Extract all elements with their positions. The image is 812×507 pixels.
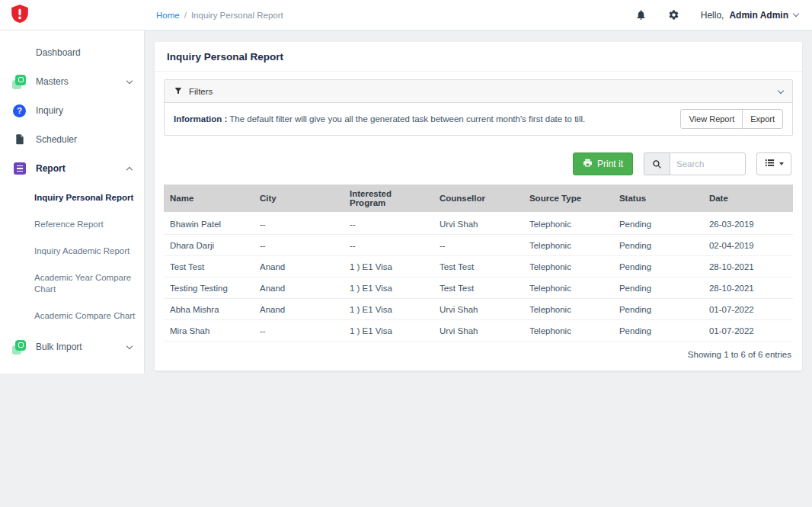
table-cell: Pending (613, 299, 703, 320)
column-header-name[interactable]: Name (164, 185, 254, 213)
table-cell: 01-07-2022 (703, 299, 793, 320)
table-cell: Telephonic (523, 256, 613, 278)
export-button[interactable]: Export (742, 109, 783, 129)
table-cell: Urvi Shah (433, 213, 523, 235)
table-cell: Test Test (433, 256, 523, 278)
sidebar: Dashboard Masters ? Inquiry Scheduler Re… (0, 30, 145, 374)
table-cell: 1 ) E1 Visa (344, 256, 433, 278)
copy-icon (12, 340, 27, 355)
table-cell: -- (254, 235, 344, 256)
table-cell: 1 ) E1 Visa (344, 278, 433, 299)
column-header-date[interactable]: Date (703, 185, 793, 213)
table-cell: Telephonic (523, 213, 613, 235)
report-actions: View Report Export (680, 109, 783, 129)
search-input[interactable] (670, 152, 746, 175)
user-menu[interactable]: Hello, Admin Admin (701, 10, 798, 21)
table-cell: Telephonic (523, 320, 613, 342)
table-cell: 02-04-2019 (703, 235, 793, 256)
breadcrumb-home-link[interactable]: Home (156, 11, 180, 20)
filters-label: Filters (189, 87, 213, 96)
sidebar-item-scheduler[interactable]: Scheduler (0, 125, 144, 154)
table-cell: -- (433, 235, 523, 256)
caret-down-icon (779, 162, 784, 165)
info-text: Information : The default filter will gi… (174, 114, 671, 124)
sidebar-item-label: Dashboard (36, 47, 132, 58)
filters-accordion-toggle[interactable]: Filters (165, 80, 792, 103)
user-greeting: Hello, (701, 10, 724, 21)
column-visibility-button[interactable] (756, 152, 791, 175)
print-button[interactable]: Print it (573, 152, 633, 175)
table-toolbar: Print it (165, 152, 791, 175)
file-icon (12, 133, 27, 147)
table-cell: Testing Testing (164, 278, 254, 299)
sidebar-item-dashboard[interactable]: Dashboard (0, 38, 144, 67)
report-card: Inquiry Personal Report Filters Informat… (155, 42, 802, 371)
sidebar-item-inquiry[interactable]: ? Inquiry (0, 96, 144, 125)
sidebar-subitem-academic-compare-chart[interactable]: Academic Compare Chart (0, 303, 144, 329)
app-logo[interactable] (0, 2, 145, 27)
table-row: Testing TestingAnand1 ) E1 VisaTest Test… (164, 278, 793, 299)
sidebar-subitem-inquiry-academic-report[interactable]: Inquiry Academic Report (0, 238, 144, 265)
page-title: Inquiry Personal Report (155, 42, 802, 72)
sidebar-subitem-academic-year-compare-chart[interactable]: Academic Year Compare Chart (0, 265, 144, 303)
table-row: Mira Shah--1 ) E1 VisaUrvi ShahTelephoni… (164, 320, 793, 342)
sidebar-subitem-inquiry-personal-report[interactable]: Inquiry Personal Report (0, 185, 144, 211)
column-header-source-type[interactable]: Source Type (523, 185, 613, 213)
gear-icon[interactable] (668, 9, 679, 21)
table-entries-summary: Showing 1 to 6 of 6 entries (164, 342, 793, 361)
shield-exclamation-icon (10, 2, 30, 27)
chevron-down-icon (126, 342, 133, 348)
table-cell: Dhara Darji (164, 235, 254, 256)
table-cell: Abha Mishra (164, 299, 254, 320)
table-cell: Telephonic (523, 235, 613, 256)
sidebar-item-label: Scheduler (36, 134, 132, 145)
list-icon (764, 157, 775, 171)
chevron-down-icon (793, 11, 799, 17)
question-circle-icon: ? (12, 104, 27, 118)
sidebar-item-masters[interactable]: Masters (0, 67, 144, 96)
topbar-actions: Hello, Admin Admin (635, 9, 812, 21)
info-message: The default filter will give you all the… (229, 114, 585, 124)
grid-icon (12, 46, 27, 60)
sidebar-item-label: Masters (36, 76, 127, 87)
chevron-up-icon (126, 167, 133, 173)
filters-info-row: Information : The default filter will gi… (165, 103, 792, 135)
table-cell: Anand (254, 256, 344, 278)
column-header-counsellor[interactable]: Counsellor (433, 185, 523, 213)
bell-icon[interactable] (635, 9, 647, 21)
column-header-interested-program[interactable]: Interested Program (344, 185, 433, 213)
table-cell: -- (254, 213, 344, 235)
table-cell: Test Test (164, 256, 254, 278)
search-icon (644, 152, 670, 175)
column-header-status[interactable]: Status (613, 185, 703, 213)
sidebar-item-label: Report (36, 163, 127, 174)
column-header-city[interactable]: City (254, 185, 344, 213)
printer-icon (583, 158, 593, 170)
table-row: Abha MishraAnand1 ) E1 VisaUrvi ShahTele… (164, 299, 793, 320)
table-header-row: NameCityInterested ProgramCounsellorSour… (164, 185, 793, 213)
sidebar-item-bulk-import[interactable]: Bulk Import (0, 332, 144, 361)
sidebar-item-label: Inquiry (36, 105, 132, 116)
chevron-down-icon (126, 77, 133, 83)
table-cell: 28-10-2021 (703, 278, 793, 299)
sidebar-item-report[interactable]: Report (0, 154, 144, 183)
table-cell: Mira Shah (164, 320, 254, 342)
copy-icon (12, 75, 27, 89)
table-cell: 1 ) E1 Visa (344, 299, 433, 320)
view-report-button[interactable]: View Report (680, 109, 743, 129)
sidebar-subitem-reference-report[interactable]: Reference Report (0, 211, 144, 238)
report-box-icon (12, 162, 27, 176)
table-cell: Urvi Shah (433, 299, 523, 320)
table-cell: -- (344, 213, 433, 235)
table-cell: 26-03-2019 (703, 213, 793, 235)
table-row: Dhara Darji------TelephonicPending02-04-… (164, 235, 793, 256)
table-cell: Test Test (433, 278, 523, 299)
table-cell: Urvi Shah (433, 320, 523, 342)
table-cell: Pending (613, 278, 703, 299)
funnel-icon (174, 86, 183, 97)
table-cell: -- (254, 320, 344, 342)
report-submenu: Inquiry Personal Report Reference Report… (0, 183, 144, 332)
table-cell: Telephonic (523, 299, 613, 320)
search-group (644, 152, 746, 175)
table-cell: 1 ) E1 Visa (344, 320, 433, 342)
